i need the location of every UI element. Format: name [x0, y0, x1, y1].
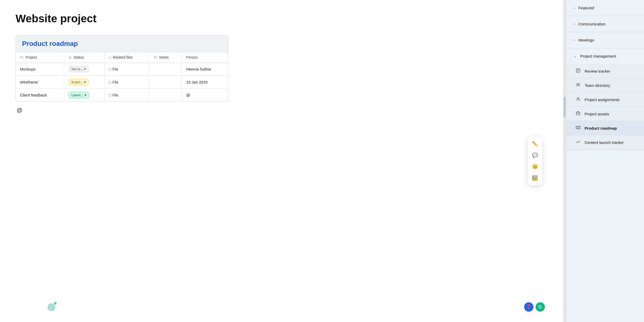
- featured-label: Featured: [578, 6, 594, 10]
- cell-notes: [149, 76, 182, 89]
- review-tracker-label: Review tracker: [585, 69, 610, 73]
- team-directory-icon: [576, 82, 581, 88]
- file-icon: □: [109, 67, 111, 71]
- bottom-icons: 📍 G: [524, 302, 545, 312]
- file-icon: □: [109, 80, 111, 84]
- table-row: Client feedback Launc... ▾ □ File @: [16, 89, 228, 102]
- edit-tool-button[interactable]: ✏️: [530, 139, 540, 149]
- dropdown-arrow: ▾: [85, 93, 86, 97]
- meetings-label: Meetings: [578, 38, 594, 42]
- project-col-icon: Tт: [20, 55, 24, 59]
- file-label[interactable]: File: [112, 80, 118, 84]
- cell-status[interactable]: Not st... ▾: [64, 63, 104, 76]
- sidebar-category-communication[interactable]: › Communication: [566, 16, 644, 32]
- right-sidebar: › Featured › Communication › Meetings ⌄ …: [566, 0, 644, 322]
- grammarly-icon-button[interactable]: G: [536, 302, 545, 312]
- dropdown-arrow: ▾: [84, 67, 86, 71]
- fingerprint-dot: [54, 302, 57, 305]
- sidebar-item-project-assignments[interactable]: Project assignments: [566, 93, 644, 107]
- svg-rect-8: [576, 112, 580, 115]
- cell-project: Mockups: [16, 63, 64, 76]
- cell-person: @: [182, 89, 228, 102]
- files-col-icon: □: [109, 55, 111, 59]
- cell-person: 23 Jan 2025: [182, 76, 228, 89]
- chevron-right-icon: ›: [574, 6, 575, 10]
- content-launch-tracker-label: Content launch tracker: [585, 140, 624, 145]
- col-notes: Tт Notes: [149, 52, 182, 63]
- chevron-right-icon: ›: [574, 22, 575, 26]
- project-assets-icon: [576, 111, 581, 117]
- communication-label: Communication: [578, 22, 605, 26]
- cell-file: □ File: [104, 89, 149, 102]
- table-row: Mockups Not st... ▾ □ File Heema Suthar: [16, 63, 228, 76]
- notes-col-icon: Tт: [154, 55, 157, 59]
- project-management-label: Project management: [580, 54, 616, 58]
- table-row: Wireframe In pro... ▾ □ File 23 Jan 2025: [16, 76, 228, 89]
- chevron-down-icon: ⌄: [574, 54, 577, 58]
- table-container: Product roadmap Tт Project ⊙ Status □ Re…: [16, 35, 228, 102]
- svg-point-4: [577, 83, 578, 85]
- floating-toolbar: ✏️ 💬 😊 🖼️: [528, 137, 542, 185]
- sidebar-category-featured[interactable]: › Featured: [566, 0, 644, 16]
- status-badge-launched[interactable]: Launc... ▾: [68, 92, 89, 98]
- sidebar-item-review-tracker[interactable]: Review tracker: [566, 64, 644, 78]
- image-tool-button[interactable]: 🖼️: [530, 173, 540, 183]
- product-roadmap-table: Tт Project ⊙ Status □ Related files Tт N…: [16, 52, 228, 101]
- table-section-title: Product roadmap: [22, 40, 78, 47]
- sidebar-category-project-management[interactable]: ⌄ Project management: [566, 48, 644, 64]
- sidebar-item-product-roadmap[interactable]: Product roadmap: [566, 121, 644, 135]
- col-status: ⊙ Status: [64, 52, 104, 63]
- review-tracker-icon: [576, 68, 581, 74]
- table-header-row: Product roadmap: [16, 36, 228, 52]
- cell-project: Client feedback: [16, 89, 64, 102]
- sidebar-item-content-launch-tracker[interactable]: Content launch tracker: [566, 135, 644, 150]
- sidebar-section-meetings: › Meetings: [566, 32, 644, 48]
- scrollbar[interactable]: [563, 0, 566, 322]
- project-assignments-label: Project assignments: [585, 97, 620, 102]
- sidebar-item-project-assets[interactable]: Project assets: [566, 107, 644, 121]
- sidebar-section-project-management: ⌄ Project management Review tracker Team…: [566, 48, 644, 150]
- product-roadmap-label: Product roadmap: [585, 126, 617, 130]
- cell-status[interactable]: In pro... ▾: [64, 76, 104, 89]
- svg-point-5: [579, 83, 580, 85]
- file-label[interactable]: File: [112, 93, 118, 97]
- status-badge-in-progress[interactable]: In pro... ▾: [68, 79, 88, 85]
- project-assets-label: Project assets: [585, 112, 609, 116]
- scrollbar-thumb[interactable]: [564, 97, 566, 117]
- file-icon: □: [109, 93, 111, 97]
- cell-notes: [149, 63, 182, 76]
- svg-point-6: [577, 97, 579, 99]
- sidebar-section-communication: › Communication: [566, 16, 644, 32]
- cell-person: Heema Suthar: [182, 63, 228, 76]
- chevron-right-icon: ›: [574, 38, 575, 42]
- cell-file: □ File: [104, 63, 149, 76]
- cell-file: □ File: [104, 76, 149, 89]
- sidebar-section-featured: › Featured: [566, 0, 644, 16]
- status-col-icon: ⊙: [68, 55, 71, 59]
- emoji-tool-button[interactable]: 😊: [530, 162, 540, 172]
- comment-tool-button[interactable]: 💬: [530, 150, 540, 160]
- product-roadmap-icon: [576, 125, 581, 131]
- col-person: Person: [182, 52, 228, 63]
- at-mention: @: [17, 107, 547, 114]
- page-title: Website project: [16, 12, 547, 25]
- sidebar-category-meetings[interactable]: › Meetings: [566, 32, 644, 48]
- team-directory-label: Team directory: [585, 83, 610, 88]
- dropdown-arrow: ▾: [84, 80, 86, 84]
- col-project: Tт Project: [16, 52, 64, 63]
- project-management-sub-items: Review tracker Team directory Project as…: [566, 64, 644, 150]
- fingerprint-area: [47, 303, 56, 314]
- cell-project: Wireframe: [16, 76, 64, 89]
- content-launch-tracker-icon: [576, 139, 581, 145]
- project-assignments-icon: [576, 97, 581, 102]
- main-content: Website project Product roadmap Tт Proje…: [0, 0, 563, 322]
- sidebar-item-team-directory[interactable]: Team directory: [566, 78, 644, 93]
- file-label[interactable]: File: [112, 67, 118, 71]
- cell-status[interactable]: Launc... ▾: [64, 89, 104, 102]
- col-related-files: □ Related files: [104, 52, 149, 63]
- fingerprint-icon: [47, 303, 56, 314]
- status-badge-not-started[interactable]: Not st... ▾: [68, 66, 89, 72]
- pin-icon-button[interactable]: 📍: [524, 302, 533, 312]
- cell-notes: [149, 89, 182, 102]
